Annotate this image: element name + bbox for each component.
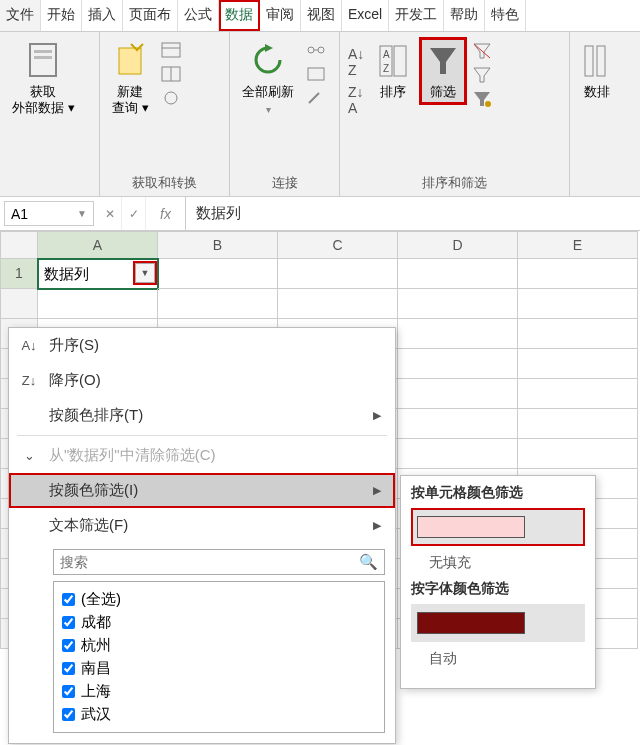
select-all-corner[interactable] (0, 231, 38, 259)
get-external-data-button[interactable]: 获取外部数据 ▾ (6, 38, 81, 119)
tab-file[interactable]: 文件 (0, 0, 41, 31)
tab-dev[interactable]: 开发工 (389, 0, 444, 31)
checkbox[interactable] (62, 708, 75, 721)
check-item[interactable]: 武汉 (62, 703, 376, 726)
check-icon[interactable]: ✓ (122, 197, 146, 230)
check-item[interactable]: 上海 (62, 680, 376, 703)
refresh-all-button[interactable]: 全部刷新 ▾ (236, 38, 300, 120)
checkbox[interactable] (62, 639, 75, 652)
tab-excel[interactable]: Excel (342, 0, 389, 31)
cell[interactable] (518, 289, 638, 319)
data-tools-button[interactable]: 数排 (576, 38, 618, 104)
cancel-icon[interactable]: ✕ (98, 197, 122, 230)
cell[interactable] (398, 409, 518, 439)
sort-asc-item[interactable]: A↓ 升序(S) (9, 328, 395, 363)
tab-layout[interactable]: 页面布 (123, 0, 178, 31)
filter-dropdown-button[interactable]: ▼ (135, 263, 155, 283)
checkbox[interactable] (62, 685, 75, 698)
checkbox[interactable] (62, 662, 75, 675)
connections-icon[interactable] (306, 42, 326, 60)
properties-icon[interactable] (306, 66, 326, 84)
tab-review[interactable]: 审阅 (260, 0, 301, 31)
cell-color-pink[interactable] (411, 508, 585, 546)
check-item[interactable]: 成都 (62, 611, 376, 634)
cell[interactable] (518, 349, 638, 379)
svg-line-20 (474, 44, 490, 58)
new-query-button[interactable]: 新建查询 ▾ (106, 38, 155, 119)
sort-desc-icon[interactable]: Z↓A (348, 84, 364, 116)
column-header-c[interactable]: C (278, 231, 398, 259)
tab-insert[interactable]: 插入 (82, 0, 123, 31)
tab-view[interactable]: 视图 (301, 0, 342, 31)
font-color-heading: 按字体颜色筛选 (411, 580, 585, 598)
cell[interactable] (518, 319, 638, 349)
filter-search-box[interactable]: 🔍 (53, 549, 385, 575)
cell[interactable] (38, 289, 158, 319)
menu-label: 按颜色筛选(I) (49, 481, 138, 500)
tab-special[interactable]: 特色 (485, 0, 526, 31)
name-box[interactable]: A1 ▼ (4, 201, 94, 226)
check-label: 杭州 (81, 636, 111, 655)
chevron-down-icon[interactable]: ▼ (77, 208, 87, 219)
cell-e1[interactable] (518, 259, 638, 289)
cell[interactable] (518, 409, 638, 439)
recent-sources-icon[interactable] (161, 90, 181, 108)
cell-d1[interactable] (398, 259, 518, 289)
clear-filter-icon[interactable] (472, 42, 492, 60)
cell[interactable] (398, 379, 518, 409)
cell[interactable] (398, 289, 518, 319)
checkbox[interactable] (62, 593, 75, 606)
sort-asc-icon[interactable]: A↓Z (348, 46, 364, 78)
text-filter-item[interactable]: 文本筛选(F) ▶ (9, 508, 395, 543)
funnel-icon (426, 42, 460, 80)
sort-button[interactable]: AZ 排序 (370, 38, 416, 104)
chevron-right-icon: ▶ (373, 519, 381, 532)
cell[interactable] (398, 319, 518, 349)
edit-links-icon[interactable] (306, 90, 326, 108)
tab-help[interactable]: 帮助 (444, 0, 485, 31)
column-header-a[interactable]: A (38, 231, 158, 259)
check-item[interactable]: 南昌 (62, 657, 376, 680)
auto-item[interactable]: 自动 (411, 648, 585, 676)
filter-button[interactable]: 筛选 (420, 38, 466, 104)
cell[interactable] (398, 349, 518, 379)
sort-icon: AZ (376, 42, 410, 80)
cell[interactable] (518, 379, 638, 409)
name-box-value: A1 (11, 206, 28, 222)
search-input[interactable] (60, 554, 359, 570)
no-fill-item[interactable]: 无填充 (411, 552, 585, 580)
cell[interactable] (278, 289, 398, 319)
column-header-d[interactable]: D (398, 231, 518, 259)
advanced-icon[interactable] (472, 90, 492, 108)
cell[interactable] (518, 439, 638, 469)
tab-home[interactable]: 开始 (41, 0, 82, 31)
refresh-icon (251, 42, 285, 80)
tab-formula[interactable]: 公式 (178, 0, 219, 31)
sort-by-color-item[interactable]: 按颜色排序(T) ▶ (9, 398, 395, 433)
svg-marker-9 (265, 44, 273, 52)
filter-by-color-item[interactable]: 按颜色筛选(I) ▶ (9, 473, 395, 508)
cell[interactable] (398, 439, 518, 469)
font-color-darkred[interactable] (411, 604, 585, 642)
svg-rect-1 (34, 50, 52, 53)
cell-b1[interactable] (158, 259, 278, 289)
column-header-b[interactable]: B (158, 231, 278, 259)
group-label (576, 190, 634, 194)
cell-c1[interactable] (278, 259, 398, 289)
checkbox[interactable] (62, 616, 75, 629)
row-header[interactable] (0, 289, 38, 319)
tab-data[interactable]: 数据 (219, 0, 260, 31)
sort-desc-item[interactable]: Z↓ 降序(O) (9, 363, 395, 398)
check-label: 武汉 (81, 705, 111, 724)
cell-a1[interactable]: 数据列 ▼ (38, 259, 158, 289)
check-item[interactable]: 杭州 (62, 634, 376, 657)
from-table-icon[interactable] (161, 66, 181, 84)
check-item[interactable]: (全选) (62, 588, 376, 611)
reapply-icon[interactable] (472, 66, 492, 84)
fx-icon[interactable]: fx (146, 197, 186, 230)
formula-input[interactable]: 数据列 (186, 197, 640, 230)
row-header-1[interactable]: 1 (0, 259, 38, 289)
cell[interactable] (158, 289, 278, 319)
show-queries-icon[interactable] (161, 42, 181, 60)
column-header-e[interactable]: E (518, 231, 638, 259)
